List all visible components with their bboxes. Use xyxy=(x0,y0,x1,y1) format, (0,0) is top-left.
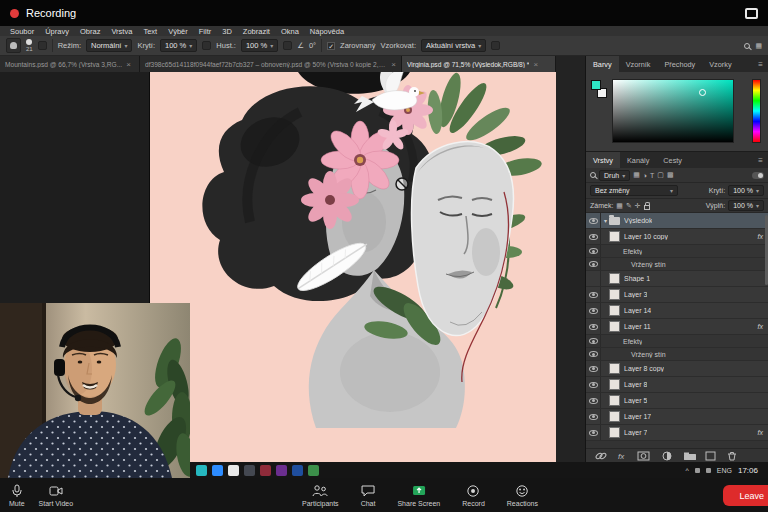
flow-dropdown[interactable]: 100 % ▾ xyxy=(241,39,278,52)
tray-expand-icon[interactable]: ^ xyxy=(686,467,689,474)
visibility-toggle[interactable] xyxy=(586,245,601,257)
visibility-toggle[interactable] xyxy=(586,213,601,228)
layer-thumbnail[interactable] xyxy=(609,273,620,284)
layer-row[interactable]: Layer 3 xyxy=(586,287,768,303)
effect-row[interactable]: Efekty xyxy=(586,245,768,258)
app-icon-purple[interactable] xyxy=(276,465,287,476)
layer-row[interactable]: Layer 17 xyxy=(586,409,768,425)
fx-badge[interactable]: fx xyxy=(758,323,763,330)
filter-type-icon[interactable]: T xyxy=(650,172,654,179)
tab-gradients[interactable]: Přechody xyxy=(657,56,702,72)
tab-paths[interactable]: Cesty xyxy=(656,152,689,168)
layer-thumbnail[interactable] xyxy=(609,411,620,422)
menu-item[interactable]: Vrstva xyxy=(111,27,132,36)
layer-thumbnail[interactable] xyxy=(609,321,620,332)
lock-position-icon[interactable]: ✛ xyxy=(635,202,641,210)
effect-row[interactable]: Vržený stín xyxy=(586,258,768,271)
search-icon[interactable] xyxy=(744,43,750,49)
tab-layers[interactable]: Vrstvy xyxy=(586,152,620,168)
menu-item[interactable]: Text xyxy=(143,27,157,36)
opacity-dropdown[interactable]: 100 % ▾ xyxy=(160,39,197,52)
filter-adjustment-icon[interactable]: ◑ xyxy=(643,172,647,179)
record-button[interactable]: Record xyxy=(455,478,492,512)
visibility-toggle[interactable] xyxy=(586,319,601,334)
menu-item[interactable]: Filtr xyxy=(199,27,212,36)
visibility-toggle[interactable] xyxy=(586,348,601,360)
start-video-button[interactable]: Start Video xyxy=(32,484,81,507)
menu-item[interactable]: Nápověda xyxy=(310,27,344,36)
document-tab[interactable]: Virginia.psd @ 71,5% (Výsledok,RGB/8) *× xyxy=(402,56,556,72)
panel-menu-icon[interactable]: ≡ xyxy=(758,56,768,72)
fx-badge[interactable]: fx xyxy=(758,429,763,436)
workspace-switcher-icon[interactable]: ▦ xyxy=(755,42,762,50)
visibility-toggle[interactable] xyxy=(586,425,601,440)
blend-mode-dropdown[interactable]: Normální ▾ xyxy=(86,39,132,52)
lock-all-icon[interactable] xyxy=(644,205,650,210)
reactions-button[interactable]: Reactions xyxy=(500,478,545,512)
document-tab[interactable]: df398c65d14118f0944faef72b7cb327 – obnov… xyxy=(140,56,402,72)
brush-preset-picker[interactable]: 21 xyxy=(26,39,33,52)
foreground-color-swatch[interactable] xyxy=(591,80,601,90)
visibility-toggle[interactable] xyxy=(586,287,601,302)
hue-slider[interactable] xyxy=(752,79,761,143)
app-icon-slate[interactable] xyxy=(244,465,255,476)
chat-button[interactable]: Chat xyxy=(354,478,383,512)
disclosure-triangle-icon[interactable]: ▾ xyxy=(604,217,607,224)
visibility-toggle[interactable] xyxy=(586,229,601,244)
clone-stamp-tool-icon[interactable] xyxy=(6,38,21,53)
app-icon-maroon[interactable] xyxy=(260,465,271,476)
layer-thumbnail[interactable] xyxy=(609,363,620,374)
document-tab[interactable]: Mountains.psd @ 66,7% (Vrstva 3,RG...× xyxy=(0,56,140,72)
layer-row[interactable]: Layer 8 xyxy=(586,377,768,393)
layer-row[interactable]: Layer 7fx xyxy=(586,425,768,441)
visibility-toggle[interactable] xyxy=(586,271,601,286)
layer-thumbnail[interactable] xyxy=(609,379,620,390)
menu-item[interactable]: 3D xyxy=(222,27,232,36)
filter-smart-object-icon[interactable]: ▩ xyxy=(667,171,674,179)
fx-badge[interactable]: fx xyxy=(758,233,763,240)
menu-item[interactable]: Úpravy xyxy=(45,27,69,36)
app-icon-green[interactable] xyxy=(308,465,319,476)
close-icon[interactable]: × xyxy=(533,60,538,69)
menu-item[interactable]: Obraz xyxy=(80,27,100,36)
tab-channels[interactable]: Kanály xyxy=(620,152,656,168)
leave-button[interactable]: Leave xyxy=(723,485,768,506)
color-picker-ring[interactable] xyxy=(699,89,706,96)
layer-row[interactable]: Layer 10 copyfx xyxy=(586,229,768,245)
share-screen-button[interactable]: Share Screen xyxy=(390,478,447,512)
layer-row[interactable]: Layer 5 xyxy=(586,393,768,409)
menu-item[interactable]: Výběr xyxy=(168,27,188,36)
visibility-toggle[interactable] xyxy=(586,303,601,318)
visibility-toggle[interactable] xyxy=(586,393,601,408)
tab-colors[interactable]: Barvy xyxy=(586,56,619,72)
menu-item[interactable]: Okna xyxy=(281,27,299,36)
tray-network-icon[interactable] xyxy=(695,468,700,473)
effect-row[interactable]: Vržený stín xyxy=(586,348,768,361)
lock-pixels-icon[interactable]: ✎ xyxy=(626,202,632,210)
effect-row[interactable]: Efekty xyxy=(586,335,768,348)
tab-swatches[interactable]: Vzorník xyxy=(619,56,658,72)
tab-patterns[interactable]: Vzorky xyxy=(702,56,738,72)
filter-kind-dropdown[interactable]: Druh ▾ xyxy=(599,170,630,181)
visibility-toggle[interactable] xyxy=(586,361,601,376)
language-indicator[interactable]: ENG xyxy=(717,467,732,474)
participants-button[interactable]: Participants xyxy=(295,478,346,512)
lock-transparency-icon[interactable]: ▦ xyxy=(616,202,623,210)
tray-volume-icon[interactable] xyxy=(706,468,711,473)
filter-toggle[interactable] xyxy=(752,172,764,179)
layer-row[interactable]: Layer 8 copy xyxy=(586,361,768,377)
layer-row[interactable]: Layer 11fx xyxy=(586,319,768,335)
aligned-checkbox[interactable]: ✓ xyxy=(327,42,335,50)
visibility-toggle[interactable] xyxy=(586,409,601,424)
toggle-brush-panel-icon[interactable] xyxy=(38,41,47,50)
visibility-toggle[interactable] xyxy=(586,377,601,392)
layer-thumbnail[interactable] xyxy=(609,231,620,242)
fill-dropdown[interactable]: 100 % ▾ xyxy=(728,200,764,211)
visibility-toggle[interactable] xyxy=(586,258,601,270)
app-icon-teal[interactable] xyxy=(196,465,207,476)
app-icon-white[interactable] xyxy=(228,465,239,476)
menu-item[interactable]: Zobrazit xyxy=(243,27,270,36)
filter-shape-icon[interactable]: ▢ xyxy=(657,171,664,179)
layer-thumbnail[interactable] xyxy=(609,289,620,300)
layer-blend-mode-dropdown[interactable]: Bez změny ▾ xyxy=(590,185,678,196)
